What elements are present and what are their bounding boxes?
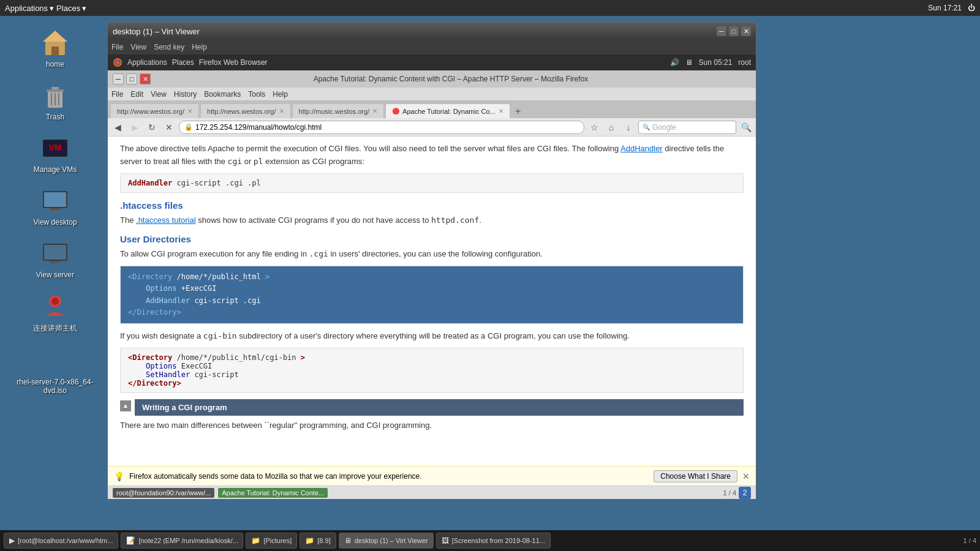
- taskbar-item-terminal[interactable]: ▶ [root@localhost:/var/www/htm...: [4, 533, 118, 549]
- vm-display-icon[interactable]: 🖥: [685, 58, 693, 67]
- ff-menu-edit[interactable]: Edit: [130, 90, 143, 99]
- desktop-icon-connect-teacher[interactable]: 连接讲师主机: [6, 291, 104, 334]
- writing-cgi-section: ▲ Writing a CGI program: [120, 399, 744, 416]
- applications-label: Applications: [5, 4, 48, 13]
- notification-close-button[interactable]: ✕: [742, 471, 750, 481]
- firefox-icon: [113, 58, 123, 67]
- svg-rect-13: [44, 192, 66, 207]
- ff-tab-4-close[interactable]: ✕: [499, 108, 503, 114]
- virt-menu-sendkey[interactable]: Send key: [154, 43, 184, 51]
- terminal-icon: ▶: [9, 536, 15, 545]
- places-menu[interactable]: Places ▾: [56, 4, 86, 13]
- power-icon[interactable]: ⏻: [968, 4, 975, 12]
- desktop-time: Sun 17:21: [928, 4, 962, 12]
- ff-download-button[interactable]: ↓: [621, 120, 636, 135]
- ff-tab-1-label: http://www.westos.org/: [117, 108, 184, 115]
- vm-applications-label[interactable]: Applications: [127, 58, 167, 67]
- ff-bookmark-button[interactable]: ☆: [587, 120, 601, 135]
- htaccess-tutorial-link[interactable]: .htaccess tutorial: [136, 216, 196, 225]
- ff-menu-help[interactable]: Help: [273, 90, 288, 99]
- collapse-button[interactable]: ▲: [120, 400, 131, 411]
- firefox-close-button[interactable]: ✕: [140, 73, 151, 84]
- code-dir-close-tag: >: [265, 272, 270, 281]
- virt-menu-help[interactable]: Help: [192, 43, 207, 51]
- svg-rect-4: [47, 89, 64, 92]
- firefox-minimize-button[interactable]: ─: [113, 73, 124, 84]
- taskbar-item-89[interactable]: 📁 [8.9]: [300, 533, 336, 549]
- ff-search-submit[interactable]: 🔍: [739, 120, 753, 135]
- notification-info-icon: 💡: [114, 471, 124, 481]
- monitor-icon: 🖥: [344, 536, 352, 545]
- ff-tab-3-close[interactable]: ✕: [372, 108, 377, 114]
- view-server-label: View server: [36, 271, 74, 279]
- virt-menu-view[interactable]: View: [130, 43, 146, 51]
- htaccess-heading: .htaccess files: [120, 200, 744, 211]
- ff-new-tab-button[interactable]: +: [511, 105, 525, 118]
- virt-minimize-button[interactable]: ─: [717, 26, 726, 36]
- ff-taskbar-apache[interactable]: Apache Tutorial: Dynamic Conte...: [218, 488, 328, 498]
- desktop-icon-rhel-dvd[interactable]: rhel-server-7.0-x86_64-dvd.iso: [6, 346, 104, 395]
- vm-places-label[interactable]: Places: [172, 58, 194, 67]
- desktop-icon-view-desktop[interactable]: View desktop: [6, 186, 104, 227]
- taskbar-item-note[interactable]: 📝 [note22 (EMP /run/media/kiosk/...: [121, 533, 243, 549]
- connect-teacher-label: 连接讲师主机: [33, 323, 77, 334]
- firefox-maximize-button[interactable]: □: [126, 73, 137, 84]
- firefox-content[interactable]: The above directive tells Apache to perm…: [108, 137, 756, 466]
- ff-menu-view[interactable]: View: [151, 90, 167, 99]
- ff-tab-3-label: http://music.westos.org/: [299, 108, 370, 115]
- writing-cgi-heading: Writing a CGI program: [135, 399, 744, 416]
- pictures-icon: 📁: [251, 536, 260, 545]
- ff-tab-2[interactable]: http://news.westos.org/ ✕: [200, 103, 291, 118]
- ff-url-bar[interactable]: 🔒 172.25.254.129/manual/howto/cgi.html: [179, 121, 584, 134]
- ff-menu-history[interactable]: History: [174, 90, 197, 99]
- desktop-icon-manage-vms[interactable]: VM Manage VMs: [6, 133, 104, 174]
- ff-stop-button[interactable]: ✕: [162, 120, 176, 135]
- code-options2: Options: [146, 362, 177, 370]
- ff-tab-1[interactable]: http://www.westos.org/ ✕: [110, 103, 199, 118]
- ff-tab-1-close[interactable]: ✕: [187, 108, 192, 114]
- code-block-2: <Directory /home/*/public_html > Options…: [120, 266, 744, 324]
- desktop-area: home Trash VM Manage VMs: [0, 16, 110, 530]
- desktop-icon-home[interactable]: home: [6, 28, 104, 69]
- code-block-1: AddHandler cgi-script .cgi .pl: [120, 173, 744, 193]
- taskbar-item-pictures[interactable]: 📁 [Pictures]: [246, 533, 297, 549]
- ff-tab-3[interactable]: http://music.westos.org/ ✕: [292, 103, 385, 118]
- applications-menu[interactable]: Applications ▾: [5, 4, 54, 13]
- virt-close-button[interactable]: ✕: [741, 26, 751, 36]
- ff-page-badge: 2: [739, 487, 751, 499]
- ff-back-button[interactable]: ◀: [110, 120, 125, 135]
- choose-what-share-button[interactable]: Choose What I Share: [654, 470, 737, 482]
- htaccess-text: The .htaccess tutorial shows how to acti…: [120, 214, 744, 227]
- applications-arrow: ▾: [50, 4, 54, 13]
- ff-forward-button[interactable]: ▶: [127, 120, 142, 135]
- taskbar-item-virt-viewer[interactable]: 🖥 desktop (1) – Virt Viewer: [339, 533, 434, 549]
- ff-menu-tools[interactable]: Tools: [248, 90, 265, 99]
- desktop-icon-trash[interactable]: Trash: [6, 81, 104, 121]
- code-dir-path2: /home/*/public_html/cgi-bin: [176, 353, 296, 362]
- ff-tab-2-close[interactable]: ✕: [279, 108, 284, 114]
- addhandler-link[interactable]: AddHandler: [620, 144, 663, 153]
- taskbar-virt-label: desktop (1) – Virt Viewer: [355, 537, 428, 544]
- vm-browser-label[interactable]: Firefox Web Browser: [199, 58, 268, 67]
- manage-vms-icon: VM: [40, 133, 70, 163]
- ff-search-icon: 🔍: [643, 124, 650, 130]
- taskbar-pages: 1 / 4: [963, 537, 976, 544]
- ff-tab-4[interactable]: 🔴 Apache Tutorial: Dynamic Co... ✕: [385, 103, 510, 118]
- taskbar-item-screenshot[interactable]: 🖼 [Screenshot from 2019-08-11...: [436, 533, 551, 549]
- desktop-icon-view-server[interactable]: View server: [6, 239, 104, 279]
- vm-volume-icon[interactable]: 🔊: [670, 58, 679, 67]
- ff-taskbar-terminal[interactable]: root@foundation90:/var/www/...: [113, 488, 214, 498]
- ff-page-indicator: 1 / 4 2: [723, 487, 751, 499]
- virt-maximize-button[interactable]: □: [729, 26, 739, 36]
- virt-menu-file[interactable]: File: [111, 43, 123, 51]
- ff-search-box[interactable]: 🔍 Google: [638, 121, 736, 134]
- trash-icon-label: Trash: [46, 113, 64, 121]
- ff-menu-file[interactable]: File: [111, 90, 123, 99]
- ff-menu-bookmarks[interactable]: Bookmarks: [204, 90, 241, 99]
- ff-reload-button[interactable]: ↻: [145, 120, 159, 135]
- home-icon: [40, 28, 70, 58]
- taskbar-indicator: 1 / 4: [963, 537, 976, 544]
- home-icon-label: home: [46, 60, 64, 69]
- ff-tab-2-label: http://news.westos.org/: [207, 108, 276, 115]
- ff-home-button[interactable]: ⌂: [604, 120, 619, 135]
